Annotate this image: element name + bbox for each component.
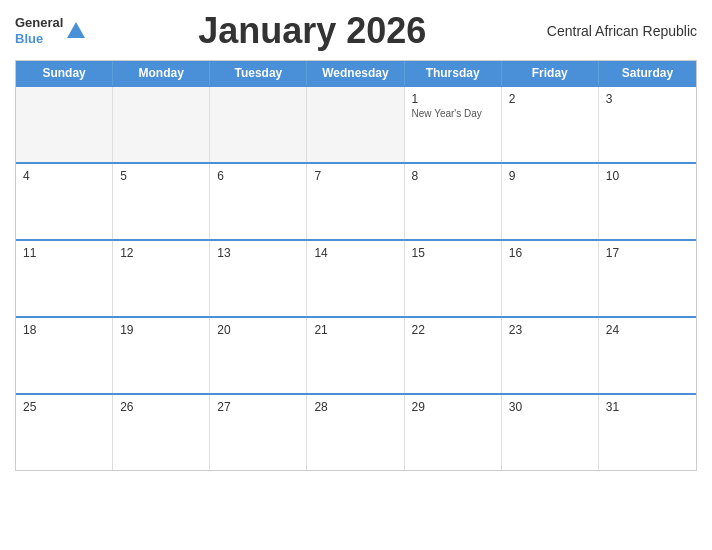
day-cell: 29 xyxy=(405,395,502,470)
day-number: 27 xyxy=(217,400,299,414)
calendar-grid: SundayMondayTuesdayWednesdayThursdayFrid… xyxy=(15,60,697,471)
day-number: 24 xyxy=(606,323,689,337)
day-number: 13 xyxy=(217,246,299,260)
calendar-container: General Blue January 2026 Central Africa… xyxy=(0,0,712,550)
svg-marker-0 xyxy=(67,22,85,38)
week-row-4: 18192021222324 xyxy=(16,316,696,393)
day-number: 17 xyxy=(606,246,689,260)
day-cell xyxy=(210,87,307,162)
day-cell: 13 xyxy=(210,241,307,316)
holiday-name: New Year's Day xyxy=(412,108,494,119)
day-cell: 18 xyxy=(16,318,113,393)
day-header-thursday: Thursday xyxy=(405,61,502,85)
day-cell: 19 xyxy=(113,318,210,393)
day-cell: 7 xyxy=(307,164,404,239)
logo-blue-text: Blue xyxy=(15,31,43,46)
day-number: 15 xyxy=(412,246,494,260)
country-name: Central African Republic xyxy=(537,23,697,39)
calendar-header: General Blue January 2026 Central Africa… xyxy=(15,10,697,52)
week-row-2: 45678910 xyxy=(16,162,696,239)
day-cell: 17 xyxy=(599,241,696,316)
day-number: 18 xyxy=(23,323,105,337)
logo: General Blue xyxy=(15,15,87,46)
day-number: 3 xyxy=(606,92,689,106)
day-header-friday: Friday xyxy=(502,61,599,85)
month-title: January 2026 xyxy=(87,10,537,52)
day-cell: 1New Year's Day xyxy=(405,87,502,162)
day-number: 30 xyxy=(509,400,591,414)
day-number: 31 xyxy=(606,400,689,414)
day-cell: 28 xyxy=(307,395,404,470)
day-cell: 16 xyxy=(502,241,599,316)
day-cell: 15 xyxy=(405,241,502,316)
day-number: 6 xyxy=(217,169,299,183)
week-row-1: 1New Year's Day23 xyxy=(16,85,696,162)
day-cell xyxy=(16,87,113,162)
day-number: 16 xyxy=(509,246,591,260)
day-number: 19 xyxy=(120,323,202,337)
day-cell: 23 xyxy=(502,318,599,393)
day-number: 20 xyxy=(217,323,299,337)
day-number: 11 xyxy=(23,246,105,260)
day-cell: 3 xyxy=(599,87,696,162)
day-cell: 8 xyxy=(405,164,502,239)
week-row-5: 25262728293031 xyxy=(16,393,696,470)
day-number: 14 xyxy=(314,246,396,260)
day-cell: 10 xyxy=(599,164,696,239)
day-cell: 30 xyxy=(502,395,599,470)
day-header-wednesday: Wednesday xyxy=(307,61,404,85)
day-number: 8 xyxy=(412,169,494,183)
day-number: 23 xyxy=(509,323,591,337)
logo-icon xyxy=(65,20,87,42)
day-cell: 26 xyxy=(113,395,210,470)
day-number: 9 xyxy=(509,169,591,183)
day-cell: 11 xyxy=(16,241,113,316)
day-cell: 21 xyxy=(307,318,404,393)
day-number: 22 xyxy=(412,323,494,337)
day-cell: 27 xyxy=(210,395,307,470)
day-number: 4 xyxy=(23,169,105,183)
day-header-sunday: Sunday xyxy=(16,61,113,85)
day-cell: 6 xyxy=(210,164,307,239)
day-number: 2 xyxy=(509,92,591,106)
calendar-weeks: 1New Year's Day2345678910111213141516171… xyxy=(16,85,696,470)
day-cell: 22 xyxy=(405,318,502,393)
day-number: 21 xyxy=(314,323,396,337)
day-header-saturday: Saturday xyxy=(599,61,696,85)
day-cell: 24 xyxy=(599,318,696,393)
logo-general-text: General xyxy=(15,15,63,30)
day-cell: 20 xyxy=(210,318,307,393)
day-cell: 25 xyxy=(16,395,113,470)
week-row-3: 11121314151617 xyxy=(16,239,696,316)
day-cell: 12 xyxy=(113,241,210,316)
day-cell xyxy=(113,87,210,162)
day-cell: 5 xyxy=(113,164,210,239)
day-number: 1 xyxy=(412,92,494,106)
day-headers-row: SundayMondayTuesdayWednesdayThursdayFrid… xyxy=(16,61,696,85)
day-number: 29 xyxy=(412,400,494,414)
day-number: 28 xyxy=(314,400,396,414)
day-header-tuesday: Tuesday xyxy=(210,61,307,85)
day-header-monday: Monday xyxy=(113,61,210,85)
day-cell: 31 xyxy=(599,395,696,470)
day-cell: 9 xyxy=(502,164,599,239)
day-cell: 2 xyxy=(502,87,599,162)
day-cell xyxy=(307,87,404,162)
day-number: 5 xyxy=(120,169,202,183)
day-number: 12 xyxy=(120,246,202,260)
day-number: 7 xyxy=(314,169,396,183)
day-cell: 14 xyxy=(307,241,404,316)
day-number: 10 xyxy=(606,169,689,183)
day-cell: 4 xyxy=(16,164,113,239)
day-number: 25 xyxy=(23,400,105,414)
day-number: 26 xyxy=(120,400,202,414)
